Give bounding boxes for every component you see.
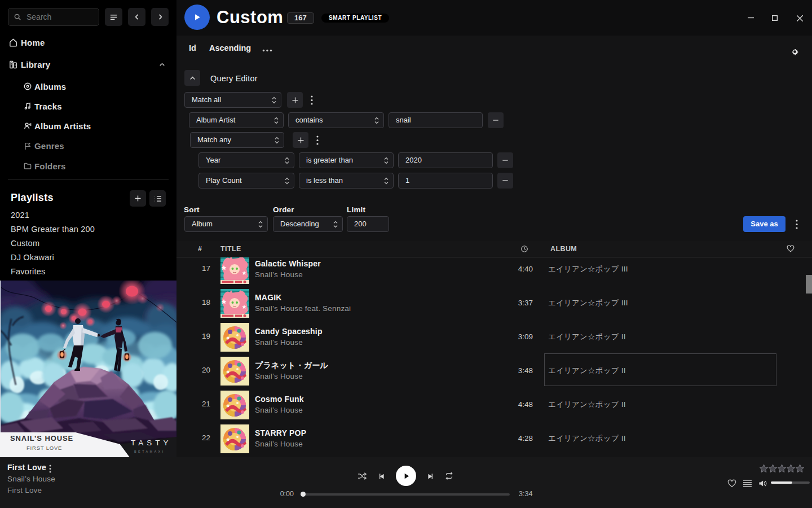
svg-text:FIRST LOVE: FIRST LOVE [27,445,62,451]
svg-text:TASTY: TASTY [131,439,172,447]
svg-text:SNAIL’S HOUSE: SNAIL’S HOUSE [10,434,73,443]
svg-text:BETAMAXI: BETAMAXI [134,450,165,453]
